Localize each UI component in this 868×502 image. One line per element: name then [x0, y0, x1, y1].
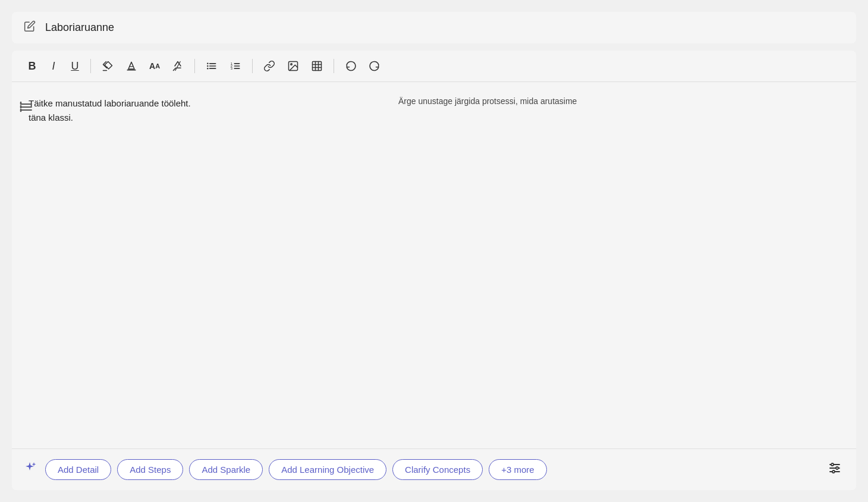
svg-point-7 [207, 68, 209, 70]
clarify-concepts-button[interactable]: Clarify Concepts [392, 459, 483, 480]
add-detail-button[interactable]: Add Detail [45, 459, 111, 480]
svg-point-5 [207, 65, 209, 67]
separator-4 [334, 59, 334, 73]
separator-2 [194, 59, 195, 73]
svg-rect-17 [313, 62, 322, 71]
svg-point-26 [836, 467, 838, 469]
add-learning-objective-button[interactable]: Add Learning Objective [269, 459, 386, 480]
editor-card: B I U AA [12, 51, 856, 490]
svg-point-25 [831, 463, 834, 466]
undo-button[interactable] [340, 57, 361, 76]
highlight-button[interactable] [97, 57, 118, 76]
font-size-button[interactable]: AA [144, 57, 165, 76]
main-content-text: Täitke manustatud laboriaruande tööleht.… [29, 96, 326, 125]
editor-content[interactable]: Täitke manustatud laboriaruande tööleht.… [12, 82, 856, 448]
text-color-button[interactable] [121, 57, 142, 76]
redo-button[interactable] [364, 57, 385, 76]
svg-point-27 [832, 470, 835, 473]
separator-3 [252, 59, 253, 73]
svg-point-16 [291, 64, 293, 65]
svg-point-3 [207, 63, 209, 65]
filter-settings-button[interactable] [824, 457, 845, 482]
list-icon [19, 100, 33, 117]
action-bar-right [824, 457, 845, 482]
page-title: Laboriaruanne [45, 21, 114, 34]
svg-text:3: 3 [231, 67, 232, 70]
separator-1 [90, 59, 91, 73]
table-button[interactable] [306, 57, 328, 76]
secondary-content-text: Ärge unustage järgida protsessi, mida ar… [398, 96, 577, 106]
clear-format-button[interactable] [167, 57, 188, 76]
svg-line-2 [175, 62, 180, 71]
bold-button[interactable]: B [23, 57, 42, 76]
italic-button[interactable]: I [44, 57, 63, 76]
toolbar: B I U AA [12, 51, 856, 82]
underline-button[interactable]: U [65, 57, 84, 76]
more-button[interactable]: +3 more [489, 459, 546, 480]
sparkle-icon [23, 461, 37, 479]
add-sparkle-button[interactable]: Add Sparkle [189, 459, 263, 480]
title-bar: Laboriaruanne [12, 12, 856, 43]
numbered-list-button[interactable]: 1 2 3 [225, 57, 246, 76]
edit-icon [24, 20, 36, 35]
link-button[interactable] [259, 57, 280, 76]
add-steps-button[interactable]: Add Steps [117, 459, 183, 480]
action-bar: Add Detail Add Steps Add Sparkle Add Lea… [12, 448, 856, 490]
image-button[interactable] [282, 57, 304, 76]
bullet-list-button[interactable] [201, 57, 222, 76]
